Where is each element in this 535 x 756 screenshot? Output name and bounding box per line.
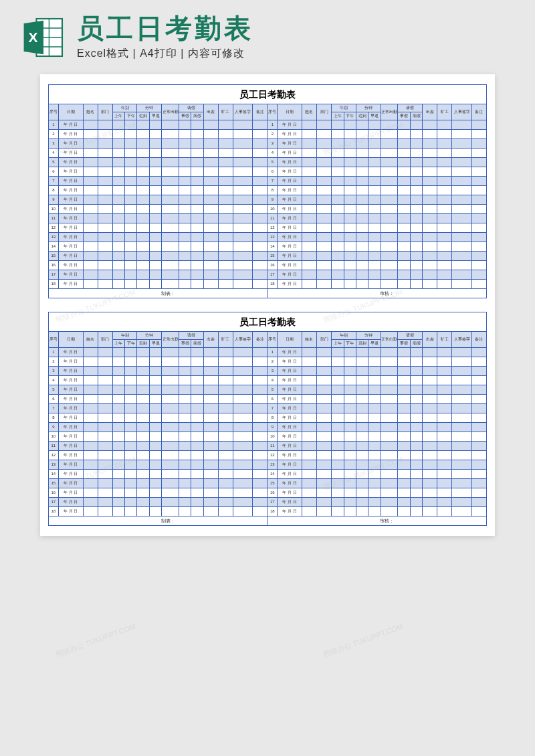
table-row: 5年 月 日5年 月 日 bbox=[49, 385, 487, 395]
table-row: 12年 月 日12年 月 日 bbox=[49, 223, 487, 233]
footer-row: 制表： 审核： bbox=[49, 289, 487, 298]
table-row: 14年 月 日14年 月 日 bbox=[49, 242, 487, 252]
table-row: 10年 月 日10年 月 日 bbox=[49, 432, 487, 442]
sheet-title: 员工日考勤表 bbox=[48, 84, 487, 104]
table-row: 1年 月 日1年 月 日 bbox=[49, 348, 487, 357]
table-row: 13年 月 日13年 月 日 bbox=[49, 233, 487, 242]
table-row: 3年 月 日3年 月 日 bbox=[49, 139, 487, 149]
watermark: 熊猫办公 TUKUPPT.COM bbox=[322, 622, 404, 660]
table-row: 6年 月 日6年 月 日 bbox=[49, 395, 487, 404]
attendance-table: 序号日期姓名部门 午别分钟正常出勤 请假出差旷工 人事签字备注序号日期姓名部门 … bbox=[48, 104, 487, 298]
table-row: 4年 月 日4年 月 日 bbox=[49, 376, 487, 385]
table-row: 14年 月 日14年 月 日 bbox=[49, 470, 487, 479]
title-block: 员工日考勤表 Excel格式 | A4打印 | 内容可修改 bbox=[77, 13, 515, 61]
table-row: 15年 月 日15年 月 日 bbox=[49, 479, 487, 488]
table-row: 13年 月 日13年 月 日 bbox=[49, 460, 487, 470]
table-row: 4年 月 日4年 月 日 bbox=[49, 149, 487, 158]
table-row: 6年 月 日6年 月 日 bbox=[49, 167, 487, 177]
attendance-sheet-2: 员工日考勤表 序号日期姓名部门 午别分钟正常出勤 请假出差旷工 人事签字备注序号… bbox=[48, 312, 487, 526]
footer-row: 制表： 审核： bbox=[49, 516, 487, 526]
main-title: 员工日考勤表 bbox=[77, 13, 515, 43]
page-preview: 员工日考勤表 序号日期姓名部门 午别分钟正常出勤 请假出差旷工 人事签字备注序号… bbox=[40, 74, 495, 536]
table-row: 10年 月 日10年 月 日 bbox=[49, 205, 487, 214]
table-row: 1年 月 日1年 月 日 bbox=[49, 120, 487, 130]
table-row: 9年 月 日9年 月 日 bbox=[49, 195, 487, 205]
table-row: 18年 月 日18年 月 日 bbox=[49, 280, 487, 289]
table-row: 16年 月 日16年 月 日 bbox=[49, 488, 487, 498]
table-row: 11年 月 日11年 月 日 bbox=[49, 214, 487, 223]
table-row: 15年 月 日15年 月 日 bbox=[49, 252, 487, 261]
table-row: 3年 月 日3年 月 日 bbox=[49, 367, 487, 376]
table-row: 11年 月 日11年 月 日 bbox=[49, 442, 487, 451]
table-row: 12年 月 日12年 月 日 bbox=[49, 451, 487, 460]
attendance-sheet-1: 员工日考勤表 序号日期姓名部门 午别分钟正常出勤 请假出差旷工 人事签字备注序号… bbox=[48, 84, 487, 298]
table-row: 9年 月 日9年 月 日 bbox=[49, 423, 487, 432]
table-row: 2年 月 日2年 月 日 bbox=[49, 357, 487, 367]
table-row: 7年 月 日7年 月 日 bbox=[49, 404, 487, 413]
table-row: 2年 月 日2年 月 日 bbox=[49, 130, 487, 139]
table-row: 16年 月 日16年 月 日 bbox=[49, 261, 487, 270]
table-row: 17年 月 日17年 月 日 bbox=[49, 498, 487, 507]
table-row: 8年 月 日8年 月 日 bbox=[49, 186, 487, 195]
excel-icon: X bbox=[20, 14, 67, 61]
table-row: 8年 月 日8年 月 日 bbox=[49, 413, 487, 423]
table-row: 7年 月 日7年 月 日 bbox=[49, 177, 487, 186]
svg-text:X: X bbox=[29, 29, 38, 45]
sub-title: Excel格式 | A4打印 | 内容可修改 bbox=[77, 47, 515, 61]
table-row: 18年 月 日18年 月 日 bbox=[49, 507, 487, 516]
sheet-title: 员工日考勤表 bbox=[48, 312, 487, 331]
watermark: 熊猫办公 TUKUPPT.COM bbox=[54, 622, 136, 660]
header-bar: X 员工日考勤表 Excel格式 | A4打印 | 内容可修改 bbox=[0, 0, 535, 68]
attendance-table: 序号日期姓名部门 午别分钟正常出勤 请假出差旷工 人事签字备注序号日期姓名部门 … bbox=[48, 331, 487, 526]
table-row: 17年 月 日17年 月 日 bbox=[49, 270, 487, 280]
table-row: 5年 月 日5年 月 日 bbox=[49, 158, 487, 167]
